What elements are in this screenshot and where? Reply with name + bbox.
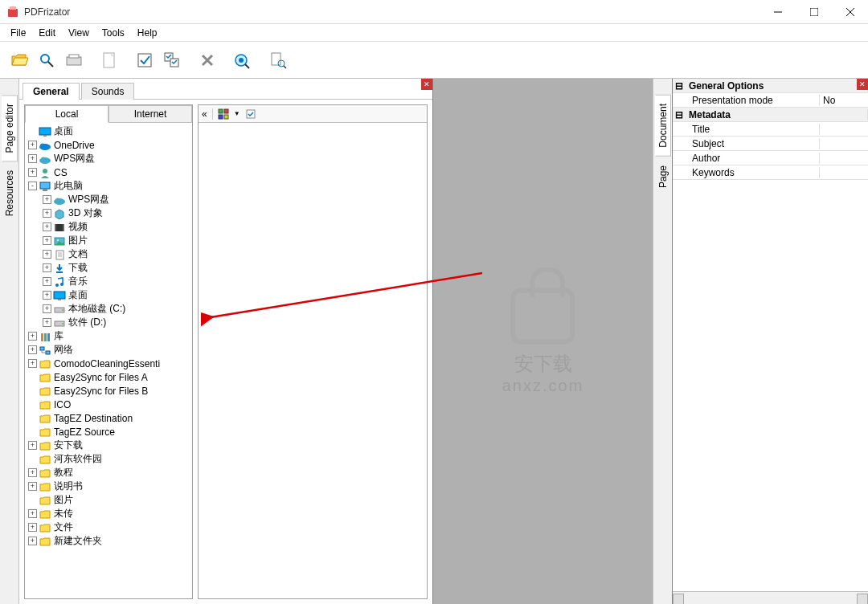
tree-node[interactable]: +3D 对象	[25, 206, 192, 220]
preview-button[interactable]	[230, 47, 256, 73]
tree-node[interactable]: +新建文件夹	[25, 534, 192, 548]
expand-icon[interactable]: +	[43, 277, 51, 286]
tree-node[interactable]: TagEZ Destination	[25, 411, 192, 425]
minimize-button[interactable]	[760, 0, 796, 24]
tree-node[interactable]: +网络	[25, 343, 192, 357]
tree-node[interactable]: +文档	[25, 247, 192, 261]
expand-icon[interactable]: +	[43, 209, 51, 218]
tab-general[interactable]: General	[23, 83, 80, 100]
expand-icon[interactable]: +	[28, 441, 37, 450]
collapse-icon[interactable]: «	[202, 108, 207, 120]
expand-icon[interactable]: +	[28, 509, 37, 518]
tree-node[interactable]: +库	[25, 329, 192, 343]
tree-node[interactable]: +ComodoCleaningEssenti	[25, 357, 192, 370]
tree-node[interactable]: +图片	[25, 234, 192, 247]
expand-icon[interactable]: +	[28, 168, 37, 177]
vtab-resources[interactable]: Resources	[2, 161, 18, 225]
panel-close-icon[interactable]: ✕	[421, 79, 432, 90]
tab-sounds[interactable]: Sounds	[81, 83, 135, 100]
expand-icon[interactable]: +	[43, 304, 51, 313]
menu-edit[interactable]: Edit	[32, 25, 62, 41]
tree-node[interactable]: +教程	[25, 466, 192, 480]
tree-node[interactable]: +安下载	[25, 439, 192, 452]
expand-icon[interactable]: +	[43, 318, 51, 327]
document-canvas[interactable]: 安下载 anxz.com	[433, 79, 653, 604]
expand-icon[interactable]: +	[28, 482, 37, 491]
menu-tools[interactable]: Tools	[96, 25, 131, 41]
view-icons-button[interactable]	[218, 108, 229, 120]
close-button[interactable]	[832, 0, 868, 24]
expand-icon[interactable]: +	[43, 236, 51, 245]
tree-node[interactable]: 图片	[25, 493, 192, 507]
tree-node[interactable]: +未传	[25, 507, 192, 520]
subtab-internet[interactable]: Internet	[108, 105, 192, 123]
tree-node[interactable]: +说明书	[25, 480, 192, 493]
property-row[interactable]: Title	[673, 122, 868, 137]
vtab-page-editor[interactable]: Page editor	[2, 95, 18, 161]
dropdown-icon[interactable]: ▼	[234, 110, 240, 117]
property-grid[interactable]: ⊟General OptionsPresentation modeNo⊟Meta…	[673, 79, 868, 591]
tree-node[interactable]: Easy2Sync for Files A	[25, 370, 192, 384]
tree-node[interactable]: ICO	[25, 398, 192, 411]
new-page-button[interactable]	[96, 47, 122, 73]
tree-node[interactable]: +桌面	[25, 288, 192, 302]
tree-node[interactable]: 桌面	[25, 124, 192, 138]
expand-icon[interactable]: +	[43, 291, 51, 300]
expand-icon[interactable]: +	[43, 250, 51, 259]
property-value[interactable]: No	[820, 95, 868, 106]
expand-icon[interactable]: +	[43, 263, 51, 272]
tree-node[interactable]: TagEZ Source	[25, 425, 192, 439]
delete-button[interactable]	[194, 47, 220, 73]
expand-icon[interactable]: +	[43, 195, 51, 204]
collapse-icon[interactable]: -	[28, 182, 37, 190]
tree-node[interactable]: +WPS网盘	[25, 152, 192, 165]
subtab-local[interactable]: Local	[25, 105, 108, 123]
property-row[interactable]: Keywords	[673, 165, 868, 180]
panel-close-icon[interactable]: ✕	[857, 79, 868, 90]
property-category[interactable]: ⊟General Options	[673, 79, 868, 93]
search-button[interactable]	[34, 47, 59, 73]
check-button[interactable]	[132, 47, 158, 73]
tree-node[interactable]: 河东软件园	[25, 452, 192, 466]
property-row[interactable]: Author	[673, 151, 868, 165]
folder-tree[interactable]: 桌面+OneDrive+WPS网盘+CS-此电脑+WPS网盘+3D 对象+视频+…	[25, 123, 192, 598]
tree-node[interactable]: +CS	[25, 165, 192, 179]
expand-icon[interactable]: +	[28, 468, 37, 477]
tree-node[interactable]: +下载	[25, 261, 192, 275]
menu-help[interactable]: Help	[131, 25, 164, 41]
tree-node[interactable]: +本地磁盘 (C:)	[25, 302, 192, 316]
check-all-button[interactable]	[159, 47, 185, 73]
expand-icon[interactable]: +	[28, 359, 37, 368]
vtab-document[interactable]: Document	[655, 95, 671, 157]
property-row[interactable]: Subject	[673, 137, 868, 151]
expand-icon[interactable]: +	[28, 537, 37, 545]
menu-file[interactable]: File	[4, 25, 32, 41]
menu-view[interactable]: View	[62, 25, 96, 41]
horizontal-scrollbar[interactable]	[673, 591, 868, 604]
export-button[interactable]	[265, 47, 291, 73]
maximize-button[interactable]	[796, 0, 832, 24]
tree-node[interactable]: Easy2Sync for Files B	[25, 384, 192, 398]
preview-area[interactable]	[199, 123, 427, 598]
open-button[interactable]	[6, 47, 32, 73]
tree-node[interactable]: +文件	[25, 520, 192, 534]
expand-icon[interactable]: +	[43, 222, 51, 231]
collapse-icon[interactable]: ⊟	[673, 80, 686, 92]
expand-icon[interactable]: +	[28, 141, 37, 149]
tree-node[interactable]: +WPS网盘	[25, 193, 192, 206]
tree-node[interactable]: +OneDrive	[25, 138, 192, 152]
expand-icon[interactable]: +	[28, 332, 37, 341]
property-row[interactable]: Presentation modeNo	[673, 93, 868, 108]
expand-icon[interactable]: +	[28, 523, 37, 532]
collapse-icon[interactable]: ⊟	[673, 109, 686, 120]
tree-node[interactable]: +视频	[25, 220, 192, 234]
expand-icon[interactable]: +	[28, 154, 37, 163]
tree-node[interactable]: +软件 (D:)	[25, 316, 192, 329]
tree-node[interactable]: +音乐	[25, 275, 192, 288]
scan-button[interactable]	[61, 47, 87, 73]
refresh-icon[interactable]	[245, 108, 256, 120]
expand-icon[interactable]: +	[28, 345, 37, 354]
vtab-page[interactable]: Page	[655, 157, 671, 197]
property-category[interactable]: ⊟Metadata	[673, 108, 868, 122]
tree-node[interactable]: -此电脑	[25, 179, 192, 193]
